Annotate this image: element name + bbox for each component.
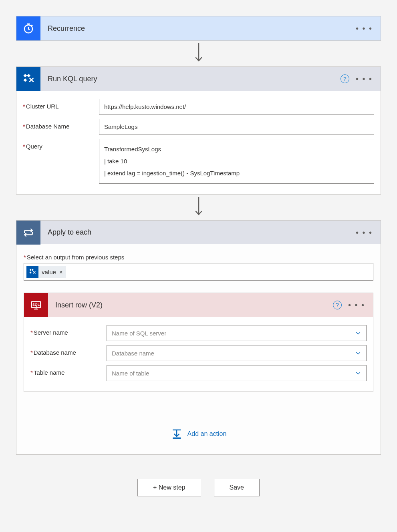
- flow-arrow: [16, 195, 381, 220]
- svg-rect-9: [173, 438, 181, 439]
- field-label: *Database Name: [23, 119, 99, 130]
- chevron-down-icon: [355, 370, 361, 376]
- field-label: *Table name: [30, 365, 107, 376]
- server-name-select[interactable]: Name of SQL server: [107, 325, 367, 341]
- step-header[interactable]: Run KQL query ? • • •: [16, 67, 381, 91]
- kusto-icon: [26, 266, 38, 278]
- more-icon[interactable]: • • •: [355, 74, 373, 83]
- field-label: *Query: [23, 139, 99, 150]
- kusto-icon: [16, 67, 40, 91]
- more-icon[interactable]: • • •: [355, 228, 373, 237]
- output-selector[interactable]: value ×: [24, 263, 373, 281]
- database-name-input[interactable]: SampleLogs: [99, 119, 374, 135]
- footer-actions: + New step Save: [16, 479, 381, 496]
- step-insert-row: SQL Insert row (V2) ? • • • *Server name…: [24, 293, 373, 392]
- chevron-down-icon: [355, 350, 361, 356]
- svg-rect-2: [27, 74, 30, 77]
- clock-icon: [16, 16, 40, 40]
- step-recurrence[interactable]: Recurrence • • •: [16, 16, 381, 41]
- query-input[interactable]: TransformedSysLogs | take 10 | extend la…: [99, 139, 374, 184]
- loop-icon: [16, 221, 40, 245]
- step-title: Insert row (V2): [48, 301, 333, 309]
- cluster-url-input[interactable]: https://help.kusto.windows.net/: [99, 99, 374, 115]
- add-action-icon: [171, 428, 183, 440]
- help-icon[interactable]: ?: [341, 74, 349, 83]
- save-button[interactable]: Save: [214, 479, 260, 496]
- apply-body: *Select an output from previous steps va…: [16, 244, 381, 455]
- more-icon[interactable]: • • •: [347, 301, 366, 309]
- step-header[interactable]: SQL Insert row (V2) ? • • •: [24, 293, 373, 317]
- step-body: *Cluster URL https://help.kusto.windows.…: [16, 91, 381, 194]
- step-title: Run KQL query: [40, 75, 341, 83]
- svg-rect-4: [29, 269, 31, 271]
- step-body: *Server name Name of SQL server *Databas…: [24, 317, 373, 391]
- add-action-button[interactable]: Add an action: [24, 428, 373, 440]
- chevron-down-icon: [355, 330, 361, 336]
- svg-rect-5: [32, 269, 34, 271]
- field-label: *Select an output from previous steps: [24, 254, 373, 261]
- step-header[interactable]: Apply to each • • •: [16, 220, 381, 244]
- token-label: value: [42, 269, 56, 275]
- step-title: Recurrence: [40, 24, 355, 33]
- step-apply-to-each: Apply to each • • • *Select an output fr…: [16, 220, 381, 455]
- step-kql: Run KQL query ? • • • *Cluster URL https…: [16, 66, 381, 195]
- new-step-button[interactable]: + New step: [137, 479, 201, 496]
- step-header[interactable]: Recurrence • • •: [16, 16, 381, 40]
- more-icon[interactable]: • • •: [355, 24, 373, 33]
- field-label: *Server name: [30, 325, 107, 336]
- svg-text:SQL: SQL: [32, 303, 40, 307]
- svg-rect-6: [29, 271, 31, 273]
- svg-rect-1: [23, 74, 27, 77]
- database-name-select[interactable]: Database name: [107, 345, 367, 361]
- table-name-select[interactable]: Name of table: [107, 365, 367, 381]
- sql-icon: SQL: [24, 293, 48, 317]
- svg-rect-3: [23, 78, 27, 82]
- dynamic-token[interactable]: value ×: [26, 266, 66, 278]
- add-action-label: Add an action: [187, 430, 227, 438]
- flow-arrow: [16, 41, 381, 66]
- step-title: Apply to each: [40, 228, 355, 237]
- close-icon[interactable]: ×: [59, 269, 63, 275]
- field-label: *Database name: [30, 345, 107, 356]
- field-label: *Cluster URL: [23, 99, 99, 110]
- help-icon[interactable]: ?: [333, 301, 342, 309]
